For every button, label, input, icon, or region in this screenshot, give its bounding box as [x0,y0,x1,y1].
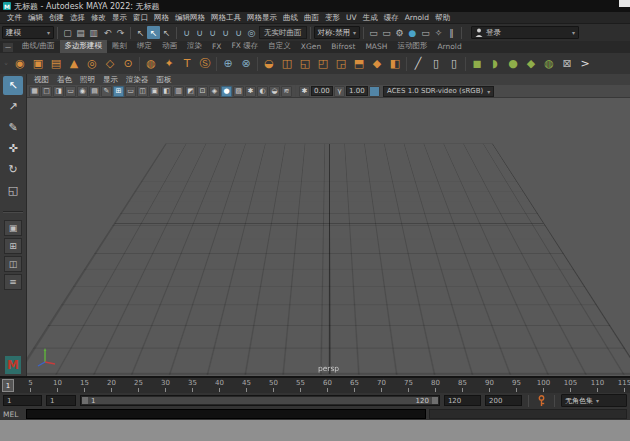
menu-item[interactable]: 帮助 [432,13,453,23]
panel-menu-item[interactable]: 照明 [76,75,99,85]
range-end-handle[interactable] [432,397,438,404]
separate-icon[interactable]: ◫ [278,55,296,72]
timeline-tick[interactable]: 15 [71,378,98,393]
shelf-tab[interactable]: 雕刻 [107,40,132,53]
grab-tool-icon[interactable]: ⊠ [558,55,576,72]
shelf-menu-button[interactable]: ◦ [1,55,11,72]
redo-icon[interactable]: ↷ [114,26,127,39]
playback-end-field[interactable]: 120 [444,395,481,406]
animation-start-field[interactable]: 1 [46,395,76,406]
bridge-icon[interactable]: ◧ [386,55,404,72]
timeline-tick[interactable]: 20 [98,378,125,393]
insert-edge-loop-icon[interactable]: ▯ [427,55,445,72]
command-language-label[interactable]: MEL [3,410,23,419]
image-plane-icon[interactable]: ◉ [77,86,88,97]
timeline-tick[interactable]: 115 [611,378,630,393]
timeline-tick[interactable]: 55 [287,378,314,393]
svg-tool-icon[interactable]: Ⓢ [196,55,214,72]
make-live-shelf-icon[interactable]: ◗ [486,55,504,72]
poly-cylinder-icon[interactable]: ▤ [47,55,65,72]
gate-mask-icon[interactable]: ▣ [149,86,160,97]
animation-end-field[interactable]: 200 [485,395,522,406]
combine-icon[interactable]: ◒ [260,55,278,72]
shelf-tab[interactable]: FX [207,41,226,53]
shelf-tab[interactable]: 渲染 [182,40,207,53]
menu-item[interactable]: Arnold [402,13,432,22]
menu-item[interactable]: 曲线 [280,13,301,23]
new-scene-icon[interactable]: ▢ [61,26,74,39]
menu-item[interactable]: 生成 [360,13,381,23]
timeline-tick[interactable]: 95 [503,378,530,393]
undo-icon[interactable]: ↶ [101,26,114,39]
move-tool[interactable]: ✜ [3,139,23,158]
field-chart-icon[interactable]: ◧ [161,86,172,97]
grid-toggle-icon[interactable]: ⊞ [113,86,124,97]
shelf-separator[interactable] [465,57,466,71]
select-camera-icon[interactable]: ▦ [29,86,40,97]
resolution-gate-icon[interactable]: ◫ [137,86,148,97]
bevel-icon[interactable]: ◆ [368,55,386,72]
shaded-icon[interactable]: ● [221,86,232,97]
layout-persp-outliner-button[interactable]: ◫ [4,256,22,272]
shelf-tab[interactable]: Arnold [432,41,466,53]
shelf-tab[interactable]: Bifrost [326,41,360,53]
textured-icon[interactable]: ▨ [233,86,244,97]
shelf-separator[interactable] [406,57,407,71]
boolean-difference-icon[interactable]: ◰ [314,55,332,72]
select-tool[interactable]: ↖ [3,76,23,95]
lock-camera-icon[interactable]: □ [41,86,52,97]
ipr-render-icon[interactable]: ▭ [380,26,393,39]
menu-item[interactable]: 窗口 [130,13,151,23]
snap-to-point-icon[interactable]: ∪ [206,26,219,39]
grease-pencil-icon[interactable]: ✎ [101,86,112,97]
sign-in-dropdown[interactable]: 登录 ▾ [471,26,579,39]
wireframe-icon[interactable]: ◈ [209,86,220,97]
safe-action-icon[interactable]: ▥ [173,86,184,97]
shadows-icon[interactable]: ◐ [257,86,268,97]
snap-to-view-plane-icon[interactable]: ∪ [232,26,245,39]
sculpt-transfer-icon[interactable]: ⊕ [219,55,237,72]
timeline-tick[interactable]: 110 [584,378,611,393]
snap-to-projected-center-icon[interactable]: ∪ [219,26,232,39]
timeline-tick[interactable]: 50 [260,378,287,393]
ambient-occlusion-icon[interactable]: ◒ [269,86,280,97]
poly-type-icon[interactable]: T [178,55,196,72]
open-scene-icon[interactable]: ▤ [74,26,87,39]
current-frame-marker[interactable]: 1 [2,379,14,392]
panel-menu-item[interactable]: 面板 [153,75,176,85]
lasso-select-tool[interactable]: ↗ [3,97,23,116]
panel-menu-item[interactable]: 着色 [53,75,76,85]
motion-blur-icon[interactable]: ≋ [281,86,292,97]
shelf-tab[interactable]: MASH [360,41,392,53]
make-object-live-icon[interactable]: ◎ [245,26,258,39]
timeline-tick[interactable]: 65 [341,378,368,393]
menu-item[interactable]: 编辑网格 [172,13,208,23]
shelf-tab[interactable]: 自定义 [263,40,296,53]
timeline-tick[interactable]: 45 [233,378,260,393]
panel-menu-item[interactable]: 渲染器 [122,75,153,85]
use-all-lights-icon[interactable]: ✱ [245,86,256,97]
snap-to-grid-icon[interactable]: ∪ [180,26,193,39]
smooth-tool-icon[interactable]: ◆ [522,55,540,72]
safe-title-icon[interactable]: ◩ [185,86,196,97]
sculpt-tool-icon[interactable]: ● [504,55,522,72]
pause-viewport-icon[interactable]: ‖ [445,26,458,39]
menu-item[interactable]: 文件 [4,13,25,23]
shelf-tab[interactable]: 曲线/曲面 [17,40,60,53]
color-management-icon[interactable] [369,86,380,97]
menu-item[interactable]: 缓存 [381,13,402,23]
offset-edge-loop-icon[interactable]: ▯ [445,55,463,72]
render-current-frame-icon[interactable]: ▭ [367,26,380,39]
rotate-tool[interactable]: ↻ [3,160,23,179]
menu-item[interactable]: 网格 [151,13,172,23]
select-hierarchy-icon[interactable]: ↖ [134,26,147,39]
live-surface-button[interactable]: 无实时曲面 [259,26,307,39]
shelf-overflow-arrow[interactable]: > [576,55,594,72]
timeline-tick[interactable]: 30 [152,378,179,393]
platonic-solid-icon[interactable]: ✦ [160,55,178,72]
timeline-tick[interactable]: 70 [368,378,395,393]
scale-tool[interactable]: ◱ [3,181,23,200]
boolean-union-icon[interactable]: ◱ [296,55,314,72]
relax-tool-icon[interactable]: ◍ [540,55,558,72]
shelf-collapse-button[interactable]: — [3,43,13,52]
